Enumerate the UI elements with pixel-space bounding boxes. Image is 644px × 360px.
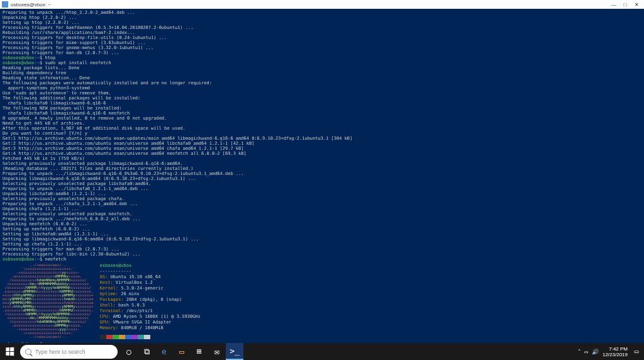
output-line: Setting up htop (2.2.0-2) ... bbox=[3, 20, 641, 25]
maximize-button[interactable]: □ bbox=[619, 1, 631, 8]
output-line: chafa libchafa0 libmagickwand-6.q16-6 ne… bbox=[3, 111, 641, 116]
task-icons: ○ ⧉ e ▭ ⊞ ✉ >_ bbox=[120, 343, 243, 360]
output-line: Processing triggers for man-db (2.8.7-3)… bbox=[3, 50, 641, 55]
minimize-button[interactable]: — bbox=[608, 1, 619, 8]
terminal-output[interactable]: Preparing to unpack .../htop_2.2.0-2_amd… bbox=[0, 9, 644, 343]
sysinfo-row: Host: VirtualBox 1.2 bbox=[100, 280, 201, 286]
output-line: Selecting previously unselected package … bbox=[3, 181, 641, 186]
sysinfo-row: Shell: bash 5.0.3 bbox=[100, 303, 201, 308]
neofetch-output: .-/+oossssoo+/-. `:+ssssssssssssssssss+:… bbox=[3, 263, 641, 339]
output-line: Reading state information... Done bbox=[3, 76, 641, 81]
window-title: osboxes@vbox: ~ bbox=[11, 2, 608, 8]
volume-icon[interactable]: 🔊 bbox=[592, 349, 599, 355]
output-line: Processing triggers for libc-bin (2.30-0… bbox=[3, 252, 641, 257]
network-icon[interactable]: ▭ bbox=[585, 349, 588, 355]
output-line: The following NEW packages will be insta… bbox=[3, 106, 641, 111]
output-line: Preparing to unpack .../neofetch_6.0.0-2… bbox=[3, 217, 641, 222]
search-input[interactable]: Type here to search bbox=[20, 345, 118, 359]
output-line: The following packages were automaticall… bbox=[3, 81, 641, 86]
output-line: Get:1 http://us.archive.ubuntu.com/ubunt… bbox=[3, 136, 641, 141]
tray-chevron-icon[interactable]: ˄ bbox=[578, 349, 581, 355]
output-line: Fetched 445 kB in 1s (759 kB/s) bbox=[3, 156, 641, 161]
prompt-user: osboxes@vbox bbox=[3, 55, 35, 60]
output-line: Unpacking libchafa0:amd64 (1.2.1-1) ... bbox=[3, 191, 641, 196]
sysinfo-row: CPU: AMD Ryzen 5 1600X (1) @ 3.5930GHz bbox=[100, 314, 201, 320]
sysinfo-hostname: osboxes@vbox bbox=[100, 263, 132, 268]
output-line: The following additional packages will b… bbox=[3, 96, 641, 101]
output-line: Unpacking chafa (1.2.1-1) ... bbox=[3, 206, 641, 211]
notification-icon[interactable]: ▭ bbox=[630, 343, 643, 360]
close-button[interactable]: ✕ bbox=[631, 1, 642, 8]
file-explorer-icon[interactable]: ▭ bbox=[173, 343, 191, 360]
mail-icon[interactable]: ✉ bbox=[208, 343, 226, 360]
powershell-icon[interactable]: >_ bbox=[226, 343, 243, 360]
output-line: Selecting previously unselected package … bbox=[3, 161, 641, 166]
sysinfo-row: Kernel: 5.3.0-24-generic bbox=[100, 286, 201, 291]
output-line: Setting up chafa (1.2.1-1) ... bbox=[3, 242, 641, 247]
output-line: (Reading database ... 282171 files and d… bbox=[3, 166, 641, 171]
color-palette bbox=[100, 335, 201, 339]
sysinfo-row: Uptime: 26 mins bbox=[100, 291, 201, 297]
output-line: Building dependency tree bbox=[3, 70, 641, 76]
windows-logo-icon bbox=[6, 347, 14, 356]
start-button[interactable] bbox=[0, 343, 19, 360]
sysinfo-row: Memory: 840MiB / 1048MiB bbox=[100, 325, 201, 331]
output-line: Reading package lists... Done bbox=[3, 65, 641, 70]
output-line: Preparing to unpack .../libchafa0_1.2.1-… bbox=[3, 186, 641, 191]
output-line: Unpacking neofetch (6.0.0-2) ... bbox=[3, 222, 641, 227]
sysinfo-row: GPU: VMware SVGA II Adapter bbox=[100, 320, 201, 325]
output-line: Processing triggers for gnome-menus (3.3… bbox=[3, 45, 641, 50]
window-controls: — □ ✕ bbox=[608, 1, 642, 8]
output-line: apport-symptoms python3-systemd bbox=[3, 86, 641, 91]
clock[interactable]: 7:42 PM 12/23/2019 bbox=[602, 346, 628, 357]
output-line: Setting up neofetch (6.0.0-2) ... bbox=[3, 227, 641, 232]
output-line: Selecting previously unselected package … bbox=[3, 196, 641, 201]
sysinfo-row: OS: Ubuntu 19.10 x86_64 bbox=[100, 274, 201, 280]
terminal-window: osboxes@vbox: ~ — □ ✕ Preparing to unpac… bbox=[0, 0, 644, 343]
output-line: Rebuilding /usr/share/applications/bamf-… bbox=[3, 30, 641, 35]
titlebar[interactable]: osboxes@vbox: ~ — □ ✕ bbox=[0, 0, 644, 9]
output-line: Unpacking libmagickwand-6.q16-6:amd64 (8… bbox=[3, 176, 641, 181]
sysinfo-row: Terminal: /dev/pts/1 bbox=[100, 308, 201, 314]
output-line: Get:3 http://us.archive.ubuntu.com/ubunt… bbox=[3, 146, 641, 151]
output-line: Preparing to unpack .../htop_2.2.0-2_amd… bbox=[3, 10, 641, 15]
output-line: Do you want to continue? [Y/n] y bbox=[3, 131, 641, 136]
taskbar[interactable]: Type here to search ○ ⧉ e ▭ ⊞ ✉ >_ ˄ ▭ 🔊… bbox=[0, 343, 644, 360]
output-line: Unpacking htop (2.2.0-2) ... bbox=[3, 15, 641, 20]
output-line: Processing triggers for bamfdaemon (0.5.… bbox=[3, 25, 641, 30]
output-line: chafa libchafa0 libmagickwand-6.q16-6 bbox=[3, 101, 641, 106]
edge-icon[interactable]: e bbox=[155, 343, 173, 360]
window-icon bbox=[2, 1, 8, 8]
output-line: Get:2 http://us.archive.ubuntu.com/ubunt… bbox=[3, 141, 641, 146]
prompt-user: osboxes@vbox bbox=[3, 257, 35, 262]
output-line: Processing triggers for desktop-file-uti… bbox=[3, 35, 641, 40]
store-icon[interactable]: ⊞ bbox=[191, 343, 208, 360]
cortana-icon[interactable]: ○ bbox=[120, 343, 138, 360]
output-line: Processing triggers for man-db (2.8.7-3)… bbox=[3, 247, 641, 252]
output-line: Need to get 445 kB of archives. bbox=[3, 121, 641, 126]
search-icon bbox=[25, 349, 31, 355]
output-line: Preparing to unpack .../libmagickwand-6.… bbox=[3, 171, 641, 176]
output-line: Use 'sudo apt autoremove' to remove them… bbox=[3, 91, 641, 96]
output-line: Processing triggers for mime-support (3.… bbox=[3, 40, 641, 45]
system-tray: ˄ ▭ 🔊 7:42 PM 12/23/2019 ▭ bbox=[578, 343, 644, 360]
output-line: 0 upgraded, 4 newly installed, 0 to remo… bbox=[3, 116, 641, 121]
output-line: Selecting previously unselected package … bbox=[3, 211, 641, 217]
ubuntu-ascii-logo: .-/+oossssoo+/-. `:+ssssssssssssssssss+:… bbox=[3, 263, 94, 339]
system-info: osboxes@vbox ------------ OS: Ubuntu 19.… bbox=[100, 263, 201, 339]
output-line: After this operation, 1,967 kB of additi… bbox=[3, 126, 641, 131]
output-line: Get:4 http://us.archive.ubuntu.com/ubunt… bbox=[3, 151, 641, 156]
sysinfo-row: Packages: 2084 (dpkg), 8 (snap) bbox=[100, 297, 201, 303]
prompt-user: osboxes@vbox bbox=[3, 60, 35, 65]
task-view-icon[interactable]: ⧉ bbox=[138, 343, 155, 360]
output-line: Setting up libmagickwand-6.q16-6:amd64 (… bbox=[3, 237, 641, 242]
output-line: Preparing to unpack .../chafa_1.2.1-1_am… bbox=[3, 201, 641, 206]
output-line: Setting up libchafa0:amd64 (1.2.1-1) ... bbox=[3, 232, 641, 237]
